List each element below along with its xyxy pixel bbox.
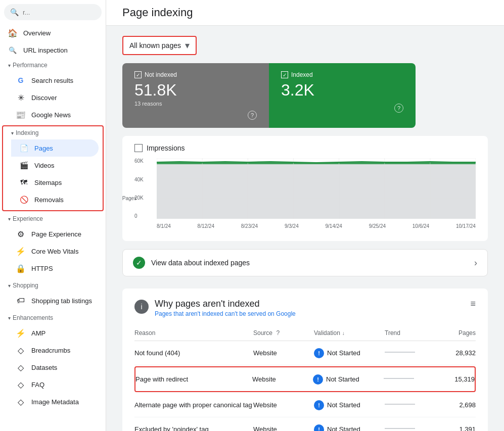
sidebar-group-header-experience[interactable]: ▾ Experience — [0, 212, 106, 225]
indexed-value: 3.2K — [281, 80, 403, 100]
sidebar-item-datasets[interactable]: ◇ Datasets — [8, 359, 102, 376]
chart-canvas — [157, 158, 476, 219]
search-icon: 🔍 — [8, 45, 17, 55]
sidebar-item-label: FAQ — [31, 381, 44, 389]
chart-area: 60K 40K 20K 0 Pages — [134, 158, 476, 229]
view-data-link[interactable]: ✓ View data about indexed pages › — [122, 249, 488, 276]
info-icon[interactable]: ? — [248, 111, 257, 120]
validation-dot: ! — [314, 348, 324, 358]
indexed-card: ✓ Indexed 3.2K ? — [269, 63, 416, 128]
checkbox-icon: ✓ — [281, 71, 288, 78]
sidebar-group-performance: ▾ Performance G Search results ✳ Discove… — [0, 59, 106, 123]
sidebar-group-experience: ▾ Experience ⚙ Page Experience ⚡ Core We… — [0, 212, 106, 277]
sidebar-item-amp[interactable]: ⚡ AMP — [8, 324, 102, 342]
chart-section: Impressions 60K 40K 20K 0 Pages — [122, 136, 488, 241]
sidebar-item-url-inspection[interactable]: 🔍 URL inspection — [0, 41, 102, 59]
col-trend: Trend — [385, 329, 435, 337]
sidebar-item-label: Core Web Vitals — [31, 248, 78, 255]
impressions-checkbox[interactable] — [134, 144, 143, 152]
table-row[interactable]: Excluded by 'noindex' tag Website ! Not … — [134, 417, 476, 431]
sidebar-item-videos[interactable]: 🎬 Videos — [11, 157, 99, 174]
row-trend — [385, 399, 435, 411]
row-validation: ! Not Started — [314, 348, 385, 358]
sidebar-section-label: Indexing — [16, 129, 38, 136]
view-data-left: ✓ View data about indexed pages — [133, 257, 250, 269]
row-reason: Alternate page with proper canonical tag — [134, 401, 253, 409]
sidebar-item-faq[interactable]: ◇ FAQ — [8, 376, 102, 393]
info-icon[interactable]: ? — [394, 104, 403, 113]
https-icon: 🔒 — [16, 264, 25, 273]
highlighted-row-container: Page with redirect Website ! Not Started… — [134, 366, 476, 392]
col-pages: Pages — [435, 329, 476, 337]
sidebar-item-https[interactable]: 🔒 HTTPS — [8, 260, 102, 277]
row-pages: 28,932 — [435, 349, 476, 357]
sidebar-item-shopping-tab[interactable]: 🏷 Shopping tab listings — [8, 292, 102, 309]
chart-svg — [157, 158, 476, 219]
performance-items: G Search results ✳ Discover 📰 Google New… — [0, 72, 106, 123]
sidebar-item-page-experience[interactable]: ⚙ Page Experience — [8, 225, 102, 243]
row-trend — [385, 347, 435, 359]
x-label-8: 10/17/24 — [456, 223, 476, 229]
sidebar-item-label: HTTPS — [31, 265, 53, 272]
row-reason: Not found (404) — [134, 349, 253, 357]
row-source: Website — [252, 375, 313, 383]
sidebar-item-core-web-vitals[interactable]: ⚡ Core Web Vitals — [8, 243, 102, 260]
table-row[interactable]: Not found (404) Website ! Not Started 28… — [134, 341, 476, 365]
cwv-icon: ⚡ — [16, 247, 25, 256]
row-source: Website — [253, 401, 314, 409]
sidebar-search-input[interactable] — [23, 9, 96, 16]
sidebar-item-label: Image Metadata — [31, 398, 79, 406]
sidebar-group-header-indexing[interactable]: ▾ Indexing — [3, 126, 103, 139]
not-indexed-label: ✓ Not indexed — [134, 71, 257, 78]
sidebar-item-image-metadata[interactable]: ◇ Image Metadata — [8, 393, 102, 410]
sidebar-group-indexing: ▾ Indexing 📄 Pages 🎬 Videos 🗺 Sitemaps 🚫 — [3, 126, 103, 208]
sidebar: 🔍 🏠 Overview 🔍 URL inspection ▾ Performa… — [0, 0, 106, 431]
sidebar-item-search-results[interactable]: G Search results — [8, 72, 102, 89]
dropdown-label: All known pages — [129, 41, 181, 50]
y-label-20k: 20K — [134, 195, 155, 201]
shopping-items: 🏷 Shopping tab listings — [0, 292, 106, 309]
row-pages: 1,391 — [435, 425, 476, 431]
sidebar-group-header-enhancements[interactable]: ▾ Enhancements — [0, 311, 106, 324]
sidebar-item-label: Datasets — [31, 364, 57, 371]
why-title-area: Why pages aren't indexed Pages that aren… — [155, 299, 296, 317]
filter-icon[interactable]: ≡ — [470, 299, 476, 309]
y-label-60k: 60K — [134, 158, 155, 164]
all-known-pages-dropdown[interactable]: All known pages ▾ — [122, 36, 197, 55]
sitemaps-icon: 🗺 — [19, 178, 28, 187]
col-reason: Reason — [134, 329, 253, 337]
row-reason: Excluded by 'noindex' tag — [134, 425, 253, 431]
sidebar-item-label: Overview — [23, 29, 51, 37]
x-label-7: 10/6/24 — [413, 223, 429, 229]
sidebar-search-container[interactable]: 🔍 — [4, 4, 102, 20]
sidebar-item-overview[interactable]: 🏠 Overview — [0, 24, 102, 41]
sidebar-item-sitemaps[interactable]: 🗺 Sitemaps — [11, 174, 99, 191]
sidebar-item-discover[interactable]: ✳ Discover — [8, 89, 102, 106]
sidebar-item-label: Removals — [34, 196, 64, 204]
chevron-icon: ▾ — [8, 63, 11, 68]
sidebar-item-label: Breadcrumbs — [31, 347, 70, 354]
sidebar-item-removals[interactable]: 🚫 Removals — [11, 191, 99, 208]
source-info-icon[interactable]: ? — [276, 329, 280, 337]
sidebar-group-header-shopping[interactable]: ▾ Shopping — [0, 279, 106, 292]
not-indexed-card: ✓ Not indexed 51.8K 13 reasons ? — [122, 63, 269, 128]
sidebar-group-header-performance[interactable]: ▾ Performance — [0, 59, 106, 72]
info-circle: i — [134, 300, 149, 314]
chart-y-labels: 60K 40K 20K 0 — [134, 158, 155, 219]
table-row[interactable]: Alternate page with proper canonical tag… — [134, 393, 476, 417]
shopping-icon: 🏷 — [16, 296, 25, 305]
sort-icon[interactable]: ↓ — [342, 330, 345, 336]
sidebar-item-pages[interactable]: 📄 Pages — [11, 139, 99, 157]
sidebar-section-label: Shopping — [13, 282, 38, 289]
breadcrumbs-icon: ◇ — [16, 346, 25, 355]
sidebar-item-breadcrumbs[interactable]: ◇ Breadcrumbs — [8, 342, 102, 359]
experience-items: ⚙ Page Experience ⚡ Core Web Vitals 🔒 HT… — [0, 225, 106, 277]
sidebar-item-label: Page Experience — [31, 230, 81, 238]
row-source: Website — [253, 425, 314, 431]
sidebar-item-google-news[interactable]: 📰 Google News — [8, 106, 102, 123]
table-row-highlighted[interactable]: Page with redirect Website ! Not Started… — [135, 367, 475, 391]
row-pages: 2,698 — [435, 401, 476, 409]
chevron-icon: ▾ — [8, 216, 11, 222]
indexed-footer: ? — [281, 104, 403, 113]
why-section: i Why pages aren't indexed Pages that ar… — [122, 289, 488, 431]
